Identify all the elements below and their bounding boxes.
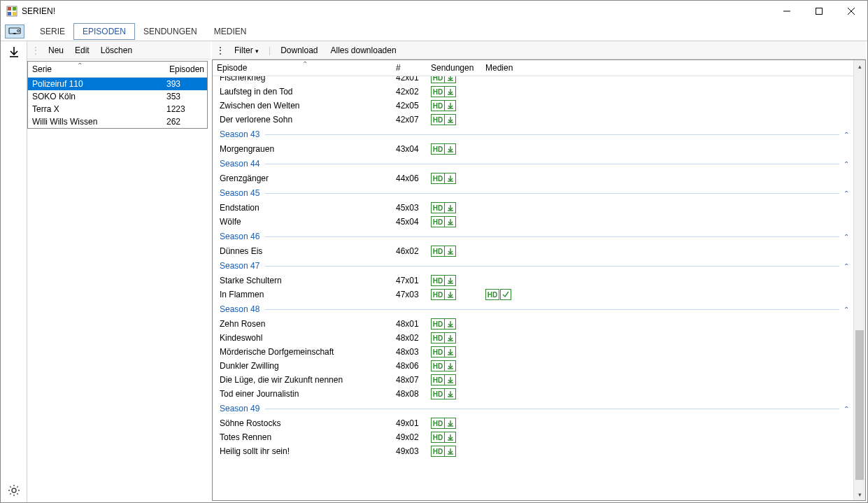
edit-button[interactable]: Edit — [72, 44, 92, 57]
episode-row[interactable]: Mörderische Dorfgemeinschaft48x03HD — [213, 345, 853, 359]
neu-button[interactable]: Neu — [45, 44, 66, 57]
download-icon[interactable] — [445, 418, 456, 429]
episode-row[interactable]: Laufsteg in den Tod42x02HD — [213, 85, 853, 99]
col-number[interactable]: # — [392, 60, 427, 76]
season-header[interactable]: Season 48⌃ — [213, 302, 853, 317]
manage-sources-button[interactable] — [5, 24, 24, 38]
hd-badge: HD — [431, 432, 445, 443]
season-header[interactable]: Season 43⌃ — [213, 127, 853, 142]
download-icon[interactable] — [445, 388, 456, 399]
download-icon[interactable] — [445, 216, 456, 227]
episode-list[interactable]: Fischerkrieg42x01HDLaufsteg in den Tod42… — [213, 76, 853, 500]
download-button[interactable]: Download — [278, 44, 320, 57]
season-header[interactable]: Season 47⌃ — [213, 258, 853, 274]
download-icon[interactable] — [445, 289, 456, 300]
episode-row[interactable]: Kindeswohl48x02HD — [213, 331, 853, 345]
episode-row[interactable]: Wölfe45x04HD — [213, 215, 853, 229]
chevron-up-icon: ⌃ — [844, 131, 849, 139]
series-row[interactable]: Terra X1223 — [28, 103, 207, 115]
episode-row[interactable]: Heilig sollt ihr sein!49x03HD — [213, 444, 853, 458]
col-serie[interactable]: Serie — [28, 62, 165, 77]
episode-row[interactable]: Morgengrauen43x04HD — [213, 142, 853, 156]
season-header[interactable]: Season 44⌃ — [213, 156, 853, 171]
series-row[interactable]: SOKO Köln353 — [28, 90, 207, 103]
hd-badge: HD — [431, 202, 445, 213]
tab-medien[interactable]: MEDIEN — [206, 24, 255, 39]
download-icon[interactable] — [445, 275, 456, 286]
filter-button[interactable]: Filter ▾ — [232, 44, 262, 57]
season-header[interactable]: Season 46⌃ — [213, 229, 853, 244]
episode-title: Mörderische Dorfgemeinschaft — [217, 347, 396, 357]
episode-number: 49x03 — [396, 446, 431, 456]
chevron-up-icon: ⌃ — [844, 233, 849, 241]
episode-row[interactable]: Tod einer Journalistin48x08HD — [213, 387, 853, 401]
download-icon[interactable] — [445, 143, 456, 155]
series-name: Willi Wills Wissen — [32, 117, 166, 127]
episode-row[interactable]: In Flammen47x03HDHD — [213, 288, 853, 302]
download-icon[interactable] — [445, 100, 456, 111]
download-icon[interactable] — [445, 346, 456, 357]
series-row[interactable]: Willi Wills Wissen262 — [28, 115, 207, 128]
settings-icon[interactable] — [8, 484, 20, 497]
download-icon[interactable] — [445, 202, 456, 213]
episode-row[interactable]: Der verlorene Sohn42x07HD — [213, 113, 853, 127]
download-icon[interactable] — [445, 374, 456, 385]
hd-badge: HD — [431, 100, 445, 111]
download-icon[interactable] — [445, 86, 456, 97]
download-all-button[interactable]: Alles downloaden — [328, 44, 399, 57]
season-header[interactable]: Season 49⌃ — [213, 401, 853, 416]
series-toolbar: ⋮ Neu Edit Löschen — [27, 41, 211, 59]
minimize-button[interactable] — [771, 1, 803, 22]
download-icon[interactable] — [445, 318, 456, 330]
download-icon[interactable] — [445, 332, 456, 343]
episode-sendungen: HD — [431, 202, 485, 213]
main-tabstrip: SERIE EPISODEN SENDUNGEN MEDIEN — [1, 22, 867, 41]
episode-row[interactable]: Fischerkrieg42x01HD — [213, 76, 853, 85]
download-icon[interactable] — [445, 432, 456, 443]
loeschen-button[interactable]: Löschen — [98, 44, 135, 57]
download-icon[interactable] — [445, 246, 456, 257]
col-episoden[interactable]: Episoden — [165, 62, 207, 77]
svg-rect-1 — [8, 7, 11, 10]
download-icon[interactable] — [445, 360, 456, 371]
hd-badge: HD — [431, 346, 445, 357]
svg-line-19 — [10, 486, 10, 487]
season-label: Season 48 — [220, 304, 259, 314]
episode-row[interactable]: Die Lüge, die wir Zukunft nennen48x07HD — [213, 373, 853, 387]
download-icon[interactable] — [445, 446, 456, 457]
hd-badge: HD — [431, 318, 445, 330]
scroll-down-button[interactable]: ▾ — [854, 488, 865, 500]
episode-row[interactable]: Totes Rennen49x02HD — [213, 430, 853, 444]
check-icon — [500, 289, 511, 300]
episode-row[interactable]: Endstation45x03HD — [213, 201, 853, 215]
tab-serie[interactable]: SERIE — [31, 24, 73, 39]
svg-rect-6 — [816, 8, 823, 15]
series-row[interactable]: Polizeiruf 110393 — [28, 78, 207, 90]
scroll-track[interactable] — [854, 72, 865, 488]
download-icon[interactable] — [445, 173, 456, 184]
col-sendungen[interactable]: Sendungen — [427, 60, 481, 76]
scroll-thumb[interactable] — [855, 330, 864, 480]
episode-row[interactable]: Zwischen den Welten42x05HD — [213, 99, 853, 113]
download-icon[interactable] — [445, 76, 456, 83]
episode-title: In Flammen — [217, 290, 396, 299]
tab-sendungen[interactable]: SENDUNGEN — [135, 24, 206, 39]
episode-row[interactable]: Dünnes Eis46x02HD — [213, 244, 853, 258]
hd-badge: HD — [485, 289, 499, 300]
download-icon[interactable] — [445, 114, 456, 125]
vertical-scrollbar[interactable]: ▴ ▾ — [853, 60, 865, 500]
scroll-up-button[interactable]: ▴ — [854, 60, 865, 72]
episode-row[interactable]: Söhne Rostocks49x01HD — [213, 416, 853, 430]
col-medien[interactable]: Medien — [481, 60, 537, 76]
download-icon[interactable] — [8, 45, 20, 58]
season-header[interactable]: Season 45⌃ — [213, 185, 853, 201]
series-list[interactable]: Polizeiruf 110393SOKO Köln353Terra X1223… — [28, 78, 207, 128]
episode-row[interactable]: Grenzgänger44x06HD — [213, 171, 853, 185]
maximize-button[interactable] — [803, 1, 835, 22]
episode-row[interactable]: Zehn Rosen48x01HD — [213, 317, 853, 331]
tab-episoden[interactable]: EPISODEN — [73, 23, 135, 40]
episode-row[interactable]: Dunkler Zwilling48x06HD — [213, 359, 853, 373]
close-button[interactable] — [835, 1, 867, 22]
hd-badge: HD — [431, 76, 445, 83]
episode-row[interactable]: Starke Schultern47x01HD — [213, 274, 853, 288]
